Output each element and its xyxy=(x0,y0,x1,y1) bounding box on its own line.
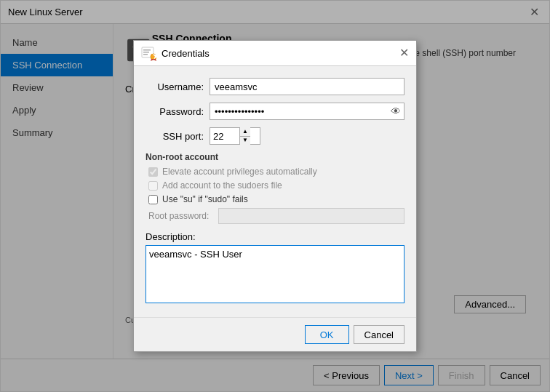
root-password-input[interactable] xyxy=(218,208,404,224)
elevate-checkbox[interactable] xyxy=(148,167,158,177)
svg-rect-10 xyxy=(143,52,149,53)
username-row: Username: xyxy=(146,78,404,95)
ssh-port-label: SSH port: xyxy=(146,131,204,142)
modal-overlay: ★ Credentials ✕ Username: Password: xyxy=(1,1,549,391)
nonroot-section-title: Non-root account xyxy=(146,152,404,162)
elevate-row: Elevate account privileges automatically xyxy=(146,167,404,177)
sudoers-row: Add account to the sudoers file xyxy=(146,180,404,191)
password-label: Password: xyxy=(146,106,204,117)
credentials-modal: ★ Credentials ✕ Username: Password: xyxy=(133,40,417,352)
elevate-label: Elevate account privileges automatically xyxy=(162,167,317,177)
svg-rect-9 xyxy=(143,49,151,51)
modal-title: Credentials xyxy=(162,48,210,59)
modal-cancel-button[interactable]: Cancel xyxy=(354,325,404,344)
modal-body: Username: Password: 👁 SSH port: xyxy=(134,66,416,317)
port-spinners: ▲ ▼ xyxy=(239,127,250,145)
ssh-port-row: SSH port: ▲ ▼ xyxy=(146,127,404,145)
su-checkbox[interactable] xyxy=(148,195,158,204)
port-increment-button[interactable]: ▲ xyxy=(240,127,250,137)
root-password-label: Root password: xyxy=(148,211,212,221)
port-decrement-button[interactable]: ▼ xyxy=(240,137,250,145)
ssh-port-input[interactable] xyxy=(210,129,239,144)
su-label: Use "su" if "sudo" fails xyxy=(162,194,248,204)
ok-button[interactable]: OK xyxy=(305,325,349,344)
username-input[interactable] xyxy=(210,78,404,95)
su-row: Use "su" if "sudo" fails xyxy=(146,194,404,204)
description-textarea[interactable]: veeamsvc - SSH User xyxy=(146,245,404,303)
description-label: Description: xyxy=(146,231,404,242)
password-row: Password: 👁 xyxy=(146,103,404,120)
modal-footer: OK Cancel xyxy=(134,317,416,351)
root-password-row: Root password: xyxy=(146,208,404,224)
sudoers-label: Add account to the sudoers file xyxy=(162,180,282,191)
modal-title-bar: ★ Credentials ✕ xyxy=(134,41,416,66)
modal-close-button[interactable]: ✕ xyxy=(399,47,409,59)
main-window: New Linux Server ✕ Name SSH Connection R… xyxy=(0,0,550,392)
password-input[interactable] xyxy=(210,104,388,119)
show-password-button[interactable]: 👁 xyxy=(388,105,404,117)
sudoers-checkbox[interactable] xyxy=(148,181,158,191)
username-label: Username: xyxy=(146,81,204,92)
port-input-wrapper: ▲ ▼ xyxy=(210,127,260,145)
svg-rect-11 xyxy=(143,54,148,55)
password-wrapper: 👁 xyxy=(210,103,404,120)
certificate-icon: ★ xyxy=(141,45,157,61)
